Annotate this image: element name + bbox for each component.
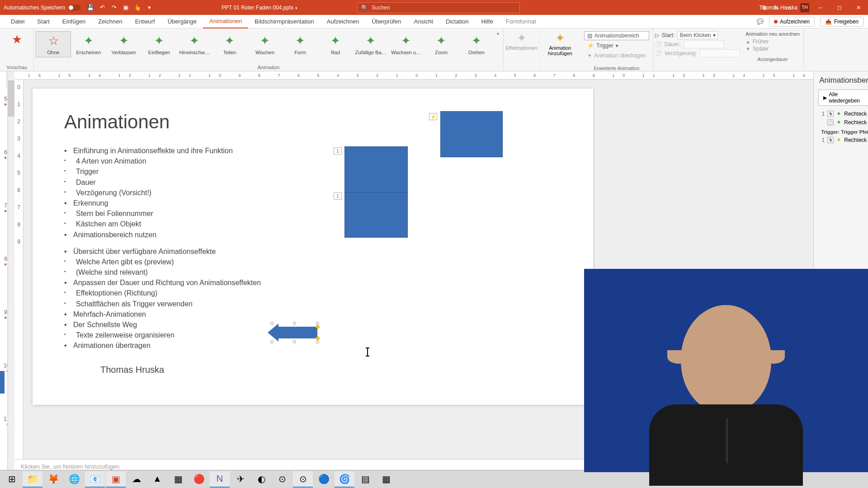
tab-animationen[interactable]: Animationen: [203, 15, 248, 28]
add-animation-button[interactable]: ✦ Animation hinzufügen: [540, 28, 580, 71]
delay-input[interactable]: [699, 49, 740, 57]
tab-formformat[interactable]: Formformat: [500, 15, 542, 28]
anim-floatin[interactable]: ✦Hineinschw…: [177, 31, 212, 57]
pane-title: Animationsbereich: [819, 76, 868, 85]
play-icon: ▷: [655, 32, 659, 38]
app-icon-2[interactable]: ▦: [168, 471, 188, 488]
anim-wipe[interactable]: ✦Wischen: [247, 31, 283, 57]
undo-icon[interactable]: ↶: [99, 4, 106, 11]
tab-ansicht[interactable]: Ansicht: [407, 15, 439, 28]
maximize-button[interactable]: ◻: [830, 0, 849, 15]
draw-icon[interactable]: ✎: [774, 4, 779, 11]
start-select[interactable]: Beim Klicken▾: [677, 31, 718, 39]
app-icon-8[interactable]: ▤: [355, 471, 375, 488]
filename[interactable]: PPT 01 Roter Faden 004.pptx ▾: [222, 5, 297, 11]
anim-item-2[interactable]: 🕐✦Rechteck 8: [818, 118, 868, 127]
anim-shape[interactable]: ✦Form: [283, 31, 318, 57]
move-later[interactable]: ▼ Später: [745, 46, 800, 52]
tab-ueberpruefen[interactable]: Überprüfen: [365, 15, 407, 28]
animation-painter[interactable]: ✦Animation übertragen: [584, 51, 649, 60]
firefox-icon[interactable]: 🦊: [43, 471, 63, 488]
tab-einfuegen[interactable]: Einfügen: [56, 15, 92, 28]
edge-icon[interactable]: 🌀: [335, 471, 354, 488]
minimize-button[interactable]: ─: [811, 0, 830, 15]
tab-datei[interactable]: Datei: [5, 15, 31, 28]
thumb-scrollbar[interactable]: [8, 71, 14, 475]
window-icon[interactable]: ▭: [785, 4, 791, 11]
search-box[interactable]: 🔍 Suchen: [357, 2, 520, 13]
redo-icon[interactable]: ↷: [110, 4, 118, 11]
anim-wheel[interactable]: ✦Rad: [318, 31, 353, 57]
app-icon-6[interactable]: ⊙: [293, 471, 313, 488]
tab-uebergaenge[interactable]: Übergänge: [161, 15, 203, 28]
explorer-icon[interactable]: 📁: [23, 471, 42, 488]
touch-icon[interactable]: 👆: [134, 4, 141, 11]
animation-pane-toggle[interactable]: ▤Animationsbereich: [584, 31, 649, 40]
anim-split[interactable]: ✦Teilen: [212, 31, 247, 57]
move-earlier[interactable]: ▲ Früher: [745, 38, 800, 45]
anim-grow[interactable]: ✦Wachsen u…: [388, 31, 424, 57]
add-star-icon: ✦: [555, 31, 565, 45]
telegram-icon[interactable]: ✈: [231, 471, 250, 488]
app-icon-5[interactable]: ⊙: [272, 471, 292, 488]
tab-start[interactable]: Start: [31, 15, 56, 28]
tab-aufzeichnen[interactable]: Aufzeichnen: [321, 15, 366, 28]
anim-tag-trigger[interactable]: ⚡: [429, 113, 437, 120]
slide-content[interactable]: Einführung in Animationseffekte und ihre…: [64, 145, 561, 351]
anim-item-1[interactable]: 1🖱✦Rechteck 3: [818, 109, 868, 118]
onenote-icon[interactable]: N: [210, 471, 230, 488]
anim-random[interactable]: ✦Zufällige Ba…: [353, 31, 388, 57]
tab-zeichnen[interactable]: Zeichnen: [92, 15, 128, 28]
tab-dictation[interactable]: Dictation: [439, 15, 475, 28]
tab-bildschirm[interactable]: Bildschirmpräsentation: [248, 15, 321, 28]
preview-button[interactable]: ★: [9, 32, 24, 47]
ruler-horizontal: 16 15 14 13 12 11 10 9 8 7 6 5 4 3 2 1 0…: [14, 71, 813, 80]
vlc-icon[interactable]: ▲: [147, 471, 167, 488]
app-icon-4[interactable]: ◐: [251, 471, 271, 488]
advanced-animation-group: ✦ Animation hinzufügen ▤Animationsbereic…: [540, 28, 653, 71]
star-icon: ✦: [469, 33, 484, 48]
duration-input[interactable]: [684, 40, 724, 48]
anim-none[interactable]: ☆Ohne: [36, 31, 71, 57]
share-button[interactable]: 📤Freigeben: [820, 17, 863, 27]
powerpoint-icon[interactable]: ▣: [106, 471, 126, 488]
tab-hilfe[interactable]: Hilfe: [475, 15, 500, 28]
sync-icon[interactable]: ⊕: [762, 4, 767, 11]
painter-icon: ✦: [587, 52, 592, 59]
anim-tag-1[interactable]: 1: [334, 147, 342, 155]
tab-entwurf[interactable]: Entwurf: [129, 15, 161, 28]
app-icon-1[interactable]: ☁: [127, 471, 146, 488]
slide[interactable]: Animationen Einführung in Animationseffe…: [33, 89, 593, 405]
anim-item-t1[interactable]: 1🖱✦Rechteck 5: [818, 136, 868, 144]
comments-icon[interactable]: 💬: [757, 19, 764, 25]
app-icon-9[interactable]: ▦: [376, 471, 396, 488]
clock-icon: 🕐: [655, 41, 662, 47]
shape-arrow-selected[interactable]: [272, 324, 317, 342]
anim-fade[interactable]: ✦Verblassen: [106, 31, 142, 57]
chrome-icon[interactable]: 🌐: [64, 471, 84, 488]
anim-zoom[interactable]: ✦Zoom: [424, 31, 459, 57]
outlook-icon[interactable]: 📧: [85, 471, 105, 488]
shape-rect-2[interactable]: [344, 146, 408, 238]
anim-flyin[interactable]: ✦Einfliegen: [142, 31, 177, 57]
shape-rect-1[interactable]: [440, 111, 503, 157]
qat-more-icon[interactable]: ▾: [146, 4, 153, 11]
animation-list: 1🖱✦Rechteck 3 🕐✦Rechteck 8 Trigger: Trig…: [814, 108, 868, 146]
anim-appear[interactable]: ✦Erscheinen: [71, 31, 106, 57]
start-button[interactable]: ⊞: [2, 471, 22, 488]
anim-spin[interactable]: ✦Drehen: [459, 31, 494, 57]
gallery-expand[interactable]: ▾: [494, 31, 501, 37]
play-all-button[interactable]: ▶ Alle wiedergeben: [818, 89, 868, 106]
author-text[interactable]: Thomas Hruska: [100, 365, 561, 375]
present-icon[interactable]: ▣: [122, 4, 129, 11]
record-button[interactable]: Aufzeichnen: [769, 17, 815, 27]
trigger-button[interactable]: ⚡Trigger ▾: [584, 41, 649, 50]
autosave-toggle[interactable]: Automatisches Speichern: [4, 5, 80, 11]
app-icon-3[interactable]: 🔴: [189, 471, 209, 488]
entrance-icon: ✦: [836, 110, 841, 117]
save-icon[interactable]: 💾: [87, 4, 94, 11]
close-button[interactable]: ✕: [849, 0, 868, 15]
slide-thumbnails[interactable]: 5★Animationen• text• text• text 6★Animat…: [0, 71, 8, 475]
anim-tag-2[interactable]: 1: [334, 192, 342, 200]
app-icon-7[interactable]: 🔵: [314, 471, 334, 488]
